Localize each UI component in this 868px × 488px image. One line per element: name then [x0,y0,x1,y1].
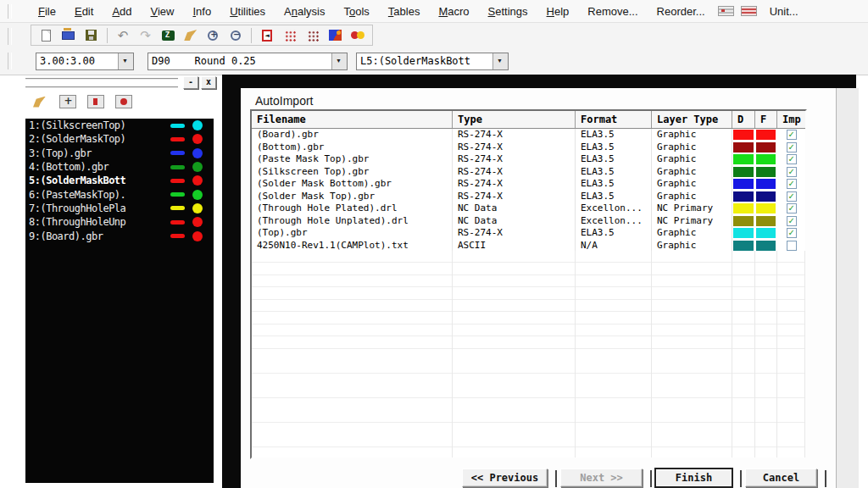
f-color-swatch[interactable] [756,203,776,214]
import-checkbox[interactable] [787,191,797,202]
d-color-swatch[interactable] [733,216,754,226]
menu-item-unit[interactable]: Unit... [760,5,808,18]
layer-item[interactable]: 7:(ThroughHolePla [25,202,214,215]
f-color-swatch[interactable] [756,130,776,140]
toolbar-grip[interactable] [8,28,12,45]
f-color-swatch[interactable] [756,216,776,226]
new-document-button[interactable] [36,26,57,45]
d-color-swatch[interactable] [733,142,754,152]
menu-item-macro[interactable]: Macro [429,5,478,18]
f-color-swatch[interactable] [756,154,776,164]
column-header[interactable]: Layer Type [652,111,732,128]
window-tile-icon[interactable] [718,6,734,16]
layer-item[interactable]: 9:(Board).gbr [25,229,214,242]
d-color-swatch[interactable] [733,191,754,202]
layer-line-swatch[interactable] [170,234,185,238]
zoom-out-button[interactable] [225,26,247,45]
column-header[interactable]: Filename [252,111,453,128]
layer-pad-swatch[interactable] [192,175,203,186]
redo-button[interactable] [135,26,156,45]
f-color-swatch[interactable] [756,228,776,238]
import-checkbox[interactable] [787,142,797,152]
close-panel-button[interactable]: x [201,76,216,89]
import-checkbox[interactable] [787,179,797,189]
layer-line-swatch[interactable] [170,124,185,128]
dynamic-zoom-button[interactable] [158,26,179,45]
layer-item[interactable]: 3:(Top).gbr [25,147,214,160]
remove-layer-button[interactable] [85,92,106,111]
menu-item-view[interactable]: View [142,5,184,18]
layer-pad-swatch[interactable] [192,148,203,158]
d-color-swatch[interactable] [733,203,754,214]
zoom-in-button[interactable] [203,26,224,45]
menu-item-add[interactable]: Add [103,5,141,18]
layer-line-swatch[interactable] [170,220,185,225]
menu-item-analysis[interactable]: Analysis [275,5,334,18]
add-layer-button[interactable] [57,92,78,111]
menu-item-edit[interactable]: Edit [65,5,103,18]
chevron-down-icon[interactable] [492,53,508,69]
layer-line-swatch[interactable] [170,137,185,141]
finish-button[interactable]: Finish [655,469,732,487]
layer-line-swatch[interactable] [170,165,185,169]
table-row[interactable]: (Solder Mask Top).gbrRS-274-XELA3.5Graph… [252,191,805,203]
column-header[interactable]: Type [453,111,576,128]
d-color-swatch[interactable] [733,228,754,238]
column-header[interactable]: F [755,111,777,128]
layers-panel-grip[interactable] [25,78,178,88]
layer-pad-swatch[interactable] [192,190,203,200]
clear-redraw-button[interactable] [180,26,201,45]
column-header[interactable]: Imp [777,111,805,128]
save-button[interactable] [81,26,102,45]
d-color-swatch[interactable] [733,130,754,140]
layer-pad-swatch[interactable] [192,120,203,130]
cancel-button[interactable]: Cancel [745,469,817,487]
menu-item-settings[interactable]: Settings [479,5,537,18]
d-color-swatch[interactable] [733,154,754,164]
table-row[interactable]: (Board).gbrRS-274-XELA3.5Graphic [252,129,805,141]
layer-line-swatch[interactable] [170,192,185,197]
menu-item-remove[interactable]: Remove... [578,5,647,18]
secondary-toolbar-grip[interactable] [8,53,12,69]
import-checkbox[interactable] [787,203,797,214]
menu-item-info[interactable]: Info [183,5,220,18]
grid-dots-button[interactable] [280,26,301,45]
undo-button[interactable] [113,26,134,45]
menu-item-utilities[interactable]: Utilities [220,5,275,18]
layer-item[interactable]: 1:(SilkscreenTop) [25,119,214,132]
grid-points-button[interactable] [302,26,323,45]
f-color-swatch[interactable] [756,241,776,251]
layer-pad-swatch[interactable] [192,162,203,172]
f-color-swatch[interactable] [756,179,776,189]
table-row[interactable]: (Through Hole Unplated).drlNC DataExcell… [252,215,805,228]
layer-line-swatch[interactable] [170,151,185,155]
d-color-swatch[interactable] [733,179,754,189]
table-row[interactable]: (Silkscreen Top).gbrRS-274-XELA3.5Graphi… [252,166,805,179]
table-row[interactable]: (Paste Mask Top).gbrRS-274-XELA3.5Graphi… [252,153,805,166]
layer-pad-swatch[interactable] [192,231,203,241]
layer-item[interactable]: 8:(ThroughHoleUnp [25,215,214,229]
table-row[interactable]: (Solder Mask Bottom).gbrRS-274-XELA3.5Gr… [252,178,805,191]
layer-pad-swatch[interactable] [192,134,203,144]
d-color-swatch[interactable] [733,167,754,177]
window-cascade-icon[interactable] [741,6,757,16]
chevron-down-icon[interactable] [118,53,133,69]
layer-item[interactable]: 2:(SolderMaskTop) [25,132,214,146]
menu-grip[interactable] [8,4,12,19]
snapshot-button[interactable] [113,92,134,111]
color-adjust-button[interactable] [347,26,368,45]
zoom-scale-dropdown[interactable]: 3.00:3.00 [36,53,134,70]
column-header[interactable]: D [732,111,755,128]
previous-button[interactable]: << Previous [462,469,548,487]
column-header[interactable]: Format [576,111,652,128]
menu-item-file[interactable]: File [29,5,65,18]
menu-item-tools[interactable]: Tools [335,5,379,18]
f-color-swatch[interactable] [756,191,776,202]
menu-item-help[interactable]: Help [537,5,579,18]
import-checkbox[interactable] [787,167,797,177]
aperture-dropdown[interactable]: D90 Round 0.25 [147,53,348,70]
layer-pad-swatch[interactable] [192,217,203,227]
layer-line-swatch[interactable] [170,206,185,210]
f-color-swatch[interactable] [756,167,776,177]
menu-item-reorder[interactable]: Reorder... [648,5,715,18]
